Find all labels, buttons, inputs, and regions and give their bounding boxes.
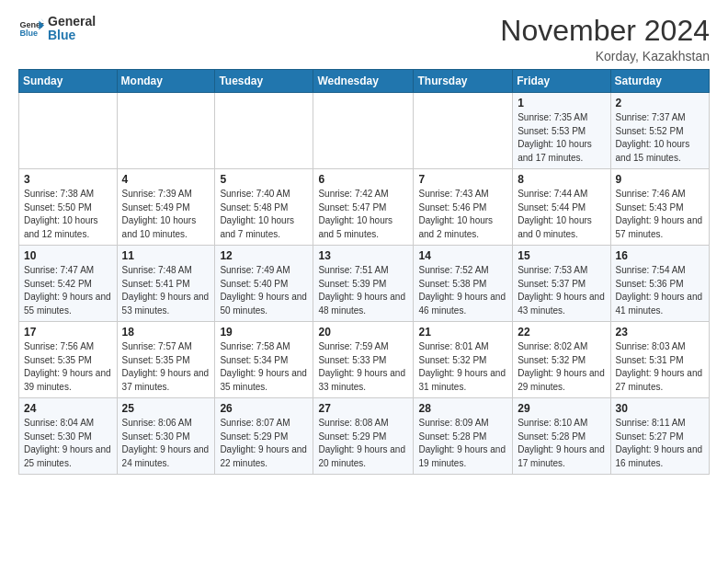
weekday-header-wednesday: Wednesday xyxy=(313,70,414,93)
day-cell: 9Sunrise: 7:46 AMSunset: 5:43 PMDaylight… xyxy=(610,169,709,246)
day-number: 17 xyxy=(24,326,112,339)
weekday-header-thursday: Thursday xyxy=(414,70,513,93)
day-cell: 7Sunrise: 7:43 AMSunset: 5:46 PMDaylight… xyxy=(414,169,513,246)
weekday-header-row: SundayMondayTuesdayWednesdayThursdayFrid… xyxy=(19,70,710,93)
day-number: 10 xyxy=(24,249,112,262)
day-cell: 23Sunrise: 8:03 AMSunset: 5:31 PMDayligh… xyxy=(610,322,709,398)
day-cell: 12Sunrise: 7:49 AMSunset: 5:40 PMDayligh… xyxy=(215,246,313,322)
week-row-4: 17Sunrise: 7:56 AMSunset: 5:35 PMDayligh… xyxy=(19,322,710,398)
day-cell: 19Sunrise: 7:58 AMSunset: 5:34 PMDayligh… xyxy=(215,322,313,398)
day-cell: 13Sunrise: 7:51 AMSunset: 5:39 PMDayligh… xyxy=(313,246,414,322)
day-info: Sunrise: 8:10 AMSunset: 5:28 PMDaylight:… xyxy=(518,417,605,470)
day-info: Sunrise: 7:56 AMSunset: 5:35 PMDaylight:… xyxy=(24,340,112,394)
day-info: Sunrise: 7:51 AMSunset: 5:39 PMDaylight:… xyxy=(318,264,408,317)
calendar-table: SundayMondayTuesdayWednesdayThursdayFrid… xyxy=(18,69,710,475)
day-cell: 16Sunrise: 7:54 AMSunset: 5:36 PMDayligh… xyxy=(610,246,709,322)
day-cell: 15Sunrise: 7:53 AMSunset: 5:37 PMDayligh… xyxy=(513,246,610,322)
day-number: 30 xyxy=(616,402,704,415)
day-cell: 5Sunrise: 7:40 AMSunset: 5:48 PMDaylight… xyxy=(215,169,313,246)
day-cell: 10Sunrise: 7:47 AMSunset: 5:42 PMDayligh… xyxy=(19,246,118,322)
day-info: Sunrise: 7:43 AMSunset: 5:46 PMDaylight:… xyxy=(418,188,507,241)
weekday-header-monday: Monday xyxy=(117,70,215,93)
day-number: 20 xyxy=(318,326,408,339)
day-number: 6 xyxy=(318,173,408,186)
day-cell: 3Sunrise: 7:38 AMSunset: 5:50 PMDaylight… xyxy=(19,169,118,246)
day-number: 26 xyxy=(220,402,308,415)
day-cell: 28Sunrise: 8:09 AMSunset: 5:28 PMDayligh… xyxy=(414,398,513,475)
day-info: Sunrise: 7:48 AMSunset: 5:41 PMDaylight:… xyxy=(122,264,210,317)
logo-icon: General Blue xyxy=(18,16,44,41)
day-info: Sunrise: 7:35 AMSunset: 5:53 PMDaylight:… xyxy=(518,111,605,165)
day-number: 24 xyxy=(24,402,112,415)
day-number: 28 xyxy=(418,402,507,415)
day-number: 11 xyxy=(122,249,210,262)
day-cell: 17Sunrise: 7:56 AMSunset: 5:35 PMDayligh… xyxy=(19,322,118,398)
day-info: Sunrise: 8:04 AMSunset: 5:30 PMDaylight:… xyxy=(24,417,112,470)
day-info: Sunrise: 7:49 AMSunset: 5:40 PMDaylight:… xyxy=(220,264,308,317)
day-info: Sunrise: 7:40 AMSunset: 5:48 PMDaylight:… xyxy=(220,188,308,241)
day-number: 18 xyxy=(122,326,210,339)
calendar-page: General Blue General Blue November 2024 … xyxy=(0,0,728,563)
day-cell: 4Sunrise: 7:39 AMSunset: 5:49 PMDaylight… xyxy=(117,169,215,246)
day-info: Sunrise: 7:53 AMSunset: 5:37 PMDaylight:… xyxy=(518,264,605,317)
day-number: 25 xyxy=(122,402,210,415)
day-cell: 8Sunrise: 7:44 AMSunset: 5:44 PMDaylight… xyxy=(513,169,610,246)
day-number: 12 xyxy=(220,249,308,262)
day-info: Sunrise: 7:44 AMSunset: 5:44 PMDaylight:… xyxy=(518,188,605,241)
day-cell: 21Sunrise: 8:01 AMSunset: 5:32 PMDayligh… xyxy=(414,322,513,398)
day-info: Sunrise: 8:11 AMSunset: 5:27 PMDaylight:… xyxy=(616,417,704,470)
day-cell: 30Sunrise: 8:11 AMSunset: 5:27 PMDayligh… xyxy=(610,398,709,475)
logo: General Blue General Blue xyxy=(18,15,96,43)
svg-text:Blue: Blue xyxy=(19,29,38,38)
weekday-header-tuesday: Tuesday xyxy=(215,70,313,93)
day-info: Sunrise: 8:02 AMSunset: 5:32 PMDaylight:… xyxy=(518,340,605,394)
day-info: Sunrise: 7:58 AMSunset: 5:34 PMDaylight:… xyxy=(220,340,308,394)
day-info: Sunrise: 7:52 AMSunset: 5:38 PMDaylight:… xyxy=(418,264,507,317)
page-header: General Blue General Blue November 2024 … xyxy=(18,15,710,63)
day-info: Sunrise: 8:01 AMSunset: 5:32 PMDaylight:… xyxy=(418,340,507,394)
location-subtitle: Korday, Kazakhstan xyxy=(500,49,710,63)
day-cell xyxy=(414,93,513,169)
day-info: Sunrise: 7:38 AMSunset: 5:50 PMDaylight:… xyxy=(24,188,112,241)
day-info: Sunrise: 7:47 AMSunset: 5:42 PMDaylight:… xyxy=(24,264,112,317)
day-cell: 18Sunrise: 7:57 AMSunset: 5:35 PMDayligh… xyxy=(117,322,215,398)
day-cell: 25Sunrise: 8:06 AMSunset: 5:30 PMDayligh… xyxy=(117,398,215,475)
day-cell: 6Sunrise: 7:42 AMSunset: 5:47 PMDaylight… xyxy=(313,169,414,246)
day-info: Sunrise: 7:37 AMSunset: 5:52 PMDaylight:… xyxy=(616,111,704,165)
day-cell: 1Sunrise: 7:35 AMSunset: 5:53 PMDaylight… xyxy=(513,93,610,169)
day-cell xyxy=(117,93,215,169)
day-cell: 26Sunrise: 8:07 AMSunset: 5:29 PMDayligh… xyxy=(215,398,313,475)
day-cell: 29Sunrise: 8:10 AMSunset: 5:28 PMDayligh… xyxy=(513,398,610,475)
day-info: Sunrise: 7:54 AMSunset: 5:36 PMDaylight:… xyxy=(616,264,704,317)
weekday-header-sunday: Sunday xyxy=(19,70,118,93)
logo-general: General xyxy=(48,15,96,29)
day-number: 13 xyxy=(318,249,408,262)
day-info: Sunrise: 7:59 AMSunset: 5:33 PMDaylight:… xyxy=(318,340,408,394)
weekday-header-friday: Friday xyxy=(513,70,610,93)
day-cell: 20Sunrise: 7:59 AMSunset: 5:33 PMDayligh… xyxy=(313,322,414,398)
day-number: 15 xyxy=(518,249,605,262)
day-number: 1 xyxy=(518,97,605,109)
day-info: Sunrise: 8:06 AMSunset: 5:30 PMDaylight:… xyxy=(122,417,210,470)
day-info: Sunrise: 8:03 AMSunset: 5:31 PMDaylight:… xyxy=(616,340,704,394)
day-cell: 24Sunrise: 8:04 AMSunset: 5:30 PMDayligh… xyxy=(19,398,118,475)
day-info: Sunrise: 7:57 AMSunset: 5:35 PMDaylight:… xyxy=(122,340,210,394)
day-info: Sunrise: 7:42 AMSunset: 5:47 PMDaylight:… xyxy=(318,188,408,241)
day-number: 3 xyxy=(24,173,112,186)
day-info: Sunrise: 7:39 AMSunset: 5:49 PMDaylight:… xyxy=(122,188,210,241)
day-number: 7 xyxy=(418,173,507,186)
week-row-5: 24Sunrise: 8:04 AMSunset: 5:30 PMDayligh… xyxy=(19,398,710,475)
day-info: Sunrise: 8:07 AMSunset: 5:29 PMDaylight:… xyxy=(220,417,308,470)
day-cell xyxy=(215,93,313,169)
week-row-3: 10Sunrise: 7:47 AMSunset: 5:42 PMDayligh… xyxy=(19,246,710,322)
day-number: 8 xyxy=(518,173,605,186)
day-cell: 2Sunrise: 7:37 AMSunset: 5:52 PMDaylight… xyxy=(610,93,709,169)
day-number: 4 xyxy=(122,173,210,186)
weekday-header-saturday: Saturday xyxy=(610,70,709,93)
day-info: Sunrise: 8:09 AMSunset: 5:28 PMDaylight:… xyxy=(418,417,507,470)
logo-blue: Blue xyxy=(48,29,96,42)
day-cell: 22Sunrise: 8:02 AMSunset: 5:32 PMDayligh… xyxy=(513,322,610,398)
day-number: 29 xyxy=(518,402,605,415)
day-number: 14 xyxy=(418,249,507,262)
month-title: November 2024 xyxy=(500,15,710,47)
